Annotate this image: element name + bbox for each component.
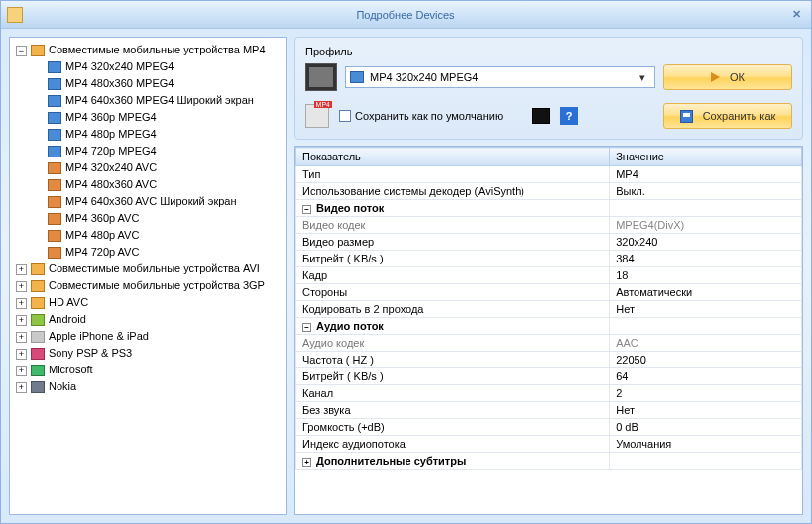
tree-item[interactable]: MP4 480x360 MPEG4: [12, 75, 284, 92]
tree-item-label: MP4 360p AVC: [65, 212, 139, 224]
tree-item-label: Microsoft: [49, 364, 93, 375]
tree-toggle-icon[interactable]: +: [16, 349, 27, 360]
table-row[interactable]: −Аудио поток: [296, 318, 802, 335]
table-row[interactable]: +Дополнительные субтитры: [296, 453, 802, 470]
format-icon: [48, 146, 61, 157]
tree-item[interactable]: +Microsoft: [12, 362, 284, 378]
header-val[interactable]: Значение: [610, 148, 802, 166]
value-cell[interactable]: Умолчания: [610, 436, 802, 453]
tree-item[interactable]: MP4 480p AVC: [12, 227, 284, 244]
save-as-button[interactable]: Сохранить как: [663, 103, 792, 129]
value-cell[interactable]: 22050: [610, 352, 802, 368]
tree-item[interactable]: +Совместимые мобильные устройства AVI: [12, 261, 284, 277]
table-row[interactable]: Кадр18: [296, 267, 802, 284]
format-icon: [48, 112, 61, 124]
value-cell[interactable]: Выкл.: [610, 183, 802, 200]
tree-item[interactable]: MP4 360p MPEG4: [12, 109, 284, 126]
save-default-label: Сохранить как по умолчанию: [355, 110, 503, 122]
tree-toggle-icon[interactable]: +: [16, 315, 27, 326]
key-cell: Громкость (+dB): [296, 419, 610, 436]
tree-item[interactable]: MP4 720p AVC: [12, 244, 284, 261]
tree-item[interactable]: MP4 640x360 AVC Широкий экран: [12, 193, 284, 210]
table-row[interactable]: ТипMP4: [296, 166, 802, 183]
tree-item[interactable]: −Совместимые мобильные устройства MP4: [12, 42, 284, 58]
tree-item[interactable]: MP4 320x240 AVC: [12, 159, 284, 176]
table-row[interactable]: Громкость (+dB)0 dB: [296, 419, 802, 436]
group-cell[interactable]: +Дополнительные субтитры: [296, 453, 610, 470]
close-icon[interactable]: ✕: [788, 8, 805, 21]
ok-button[interactable]: ОК: [663, 64, 792, 90]
table-row[interactable]: СтороныАвтоматически: [296, 284, 802, 301]
tree-item[interactable]: +Apple iPhone & iPad: [12, 328, 284, 345]
table-row[interactable]: Видео размер320x240: [296, 234, 802, 251]
key-cell: Стороны: [296, 284, 610, 301]
properties-scroll[interactable]: Показатель Значение ТипMP4Использование …: [295, 147, 802, 514]
header-key[interactable]: Показатель: [296, 148, 610, 166]
value-cell[interactable]: 2: [610, 385, 802, 402]
tree-item-label: Совместимые мобильные устройства AVI: [49, 262, 260, 274]
device-icon: [31, 331, 45, 343]
tree-item[interactable]: MP4 320x240 MPEG4: [12, 58, 284, 75]
tree-toggle-icon[interactable]: +: [16, 264, 27, 275]
value-cell[interactable]: 384: [610, 251, 802, 267]
tree-item[interactable]: MP4 360p AVC: [12, 210, 284, 227]
table-row[interactable]: −Видео поток: [296, 200, 802, 217]
tree-toggle-icon[interactable]: +: [16, 366, 27, 376]
tree-toggle-icon[interactable]: +: [16, 281, 27, 292]
profile-select[interactable]: MP4 320x240 MPEG4 ▾: [345, 66, 655, 88]
table-row[interactable]: Канал2: [296, 385, 802, 402]
tree-item[interactable]: +Sony PSP & PS3: [12, 345, 284, 362]
group-cell[interactable]: −Видео поток: [296, 200, 610, 217]
table-row[interactable]: Индекс аудиопотокаУмолчания: [296, 436, 802, 453]
table-row[interactable]: Без звукаНет: [296, 402, 802, 419]
group-toggle-icon[interactable]: +: [302, 458, 311, 467]
tree-item[interactable]: +Nokia: [12, 378, 284, 395]
tree-item[interactable]: MP4 720p MPEG4: [12, 143, 284, 159]
group-cell[interactable]: −Аудио поток: [296, 318, 610, 335]
group-toggle-icon[interactable]: −: [302, 205, 311, 214]
value-cell[interactable]: 0 dB: [610, 419, 802, 436]
tree-toggle-icon[interactable]: +: [16, 298, 27, 309]
device-icon: [31, 314, 45, 326]
tree-item[interactable]: +HD AVC: [12, 294, 284, 311]
table-row[interactable]: Битрейт ( KB/s )384: [296, 251, 802, 267]
table-row[interactable]: Частота ( HZ )22050: [296, 352, 802, 368]
tree-toggle-icon[interactable]: +: [16, 332, 27, 343]
checkbox-icon: [339, 110, 351, 122]
save-as-button-label: Сохранить как: [703, 110, 776, 122]
help-icon[interactable]: ?: [560, 107, 578, 125]
group-toggle-icon[interactable]: −: [302, 323, 311, 332]
value-cell[interactable]: AAC: [610, 335, 802, 352]
value-cell[interactable]: MP4: [610, 166, 802, 183]
value-cell[interactable]: Автоматически: [610, 284, 802, 301]
value-cell[interactable]: MPEG4(DivX): [610, 217, 802, 234]
properties-table: Показатель Значение ТипMP4Использование …: [295, 147, 802, 470]
tree-item-label: MP4 480x360 AVC: [65, 178, 157, 190]
tree-item[interactable]: +Android: [12, 311, 284, 328]
table-row[interactable]: Кодировать в 2 проходаНет: [296, 301, 802, 318]
device-tree[interactable]: −Совместимые мобильные устройства MP4MP4…: [9, 37, 287, 515]
tree-item[interactable]: MP4 640x360 MPEG4 Широкий экран: [12, 92, 284, 109]
value-cell[interactable]: 320x240: [610, 234, 802, 251]
format-icon: [48, 230, 61, 242]
tree-toggle-icon[interactable]: +: [16, 382, 27, 393]
tree-item[interactable]: +Совместимые мобильные устройства 3GP: [12, 277, 284, 294]
value-cell[interactable]: 64: [610, 368, 802, 385]
tree-item-label: MP4 720p MPEG4: [65, 145, 157, 157]
key-cell: Канал: [296, 385, 610, 402]
table-row[interactable]: Видео кодекMPEG4(DivX): [296, 217, 802, 234]
table-row[interactable]: Использование системы декодер (AviSynth)…: [296, 183, 802, 200]
save-default-checkbox[interactable]: Сохранить как по умолчанию: [339, 110, 503, 122]
value-cell[interactable]: 18: [610, 267, 802, 284]
console-icon[interactable]: [532, 108, 550, 124]
device-icon: [31, 280, 45, 292]
value-cell[interactable]: Нет: [610, 301, 802, 318]
tree-toggle-icon[interactable]: −: [16, 46, 27, 56]
tree-item[interactable]: MP4 480p MPEG4: [12, 126, 284, 143]
table-row[interactable]: Битрейт ( KB/s )64: [296, 368, 802, 385]
table-row[interactable]: Аудио кодекAAC: [296, 335, 802, 352]
tree-item[interactable]: MP4 480x360 AVC: [12, 176, 284, 193]
format-icon: [48, 247, 61, 259]
value-cell[interactable]: Нет: [610, 402, 802, 419]
format-icon: [48, 61, 61, 73]
